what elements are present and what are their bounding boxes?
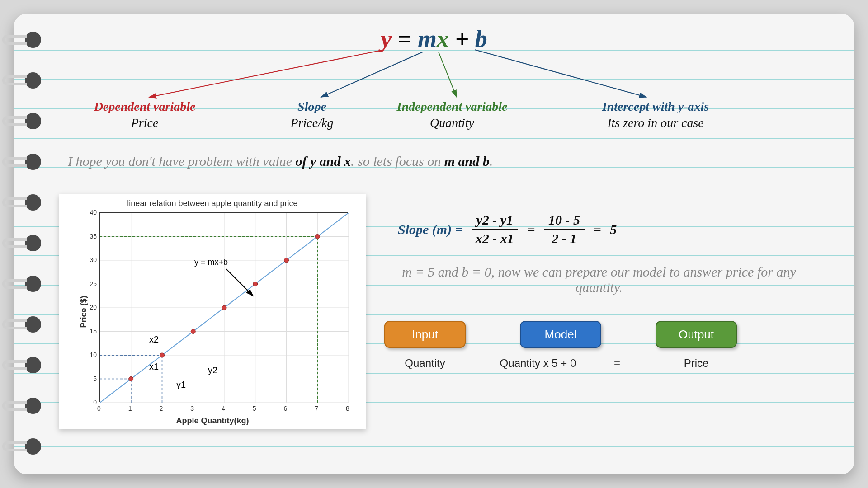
model-label: Quantity x 5 + 0 — [497, 357, 579, 370]
ytick: 20 — [86, 304, 97, 311]
svg-line-2 — [439, 52, 457, 97]
xtick: 0 — [97, 405, 101, 412]
ytick: 15 — [86, 328, 97, 335]
term-independent-variable: Independent variable Quantity — [375, 99, 529, 130]
ytick: 25 — [86, 280, 97, 287]
xtick: 6 — [284, 405, 288, 412]
svg-point-33 — [253, 282, 258, 286]
ytick: 0 — [86, 399, 97, 406]
anno-y1: y1 — [176, 380, 186, 390]
ytick: 5 — [86, 375, 97, 382]
model-labels-row: Quantity Quantity x 5 + 0 = Price — [384, 357, 737, 370]
svg-point-29 — [129, 377, 133, 381]
ytick: 10 — [86, 351, 97, 358]
term-intercept: Intercept with y-axis Its zero in our ca… — [556, 99, 755, 130]
input-label: Quantity — [384, 357, 466, 370]
svg-point-34 — [284, 258, 289, 263]
body-line-1: I hope you don't have problem with value… — [68, 154, 827, 169]
slope-frac-symbolic: y2 - y1 x2 - x1 — [471, 212, 519, 246]
xtick: 8 — [346, 405, 349, 412]
term-dependent-variable: Dependent variable Price — [68, 99, 222, 130]
main-equation: y = mx + b — [14, 25, 854, 53]
model-box: Model — [520, 321, 601, 348]
body-line-2: m = 5 and b = 0, now we can prepare our … — [380, 264, 818, 295]
svg-point-30 — [160, 353, 165, 357]
notebook-page: y = mx + b Dependent variable Price Slop… — [14, 14, 854, 474]
chart-xlabel: Apple Quantity(kg) — [59, 416, 366, 426]
model-boxes-row: Input Model Output — [384, 321, 737, 348]
slope-frac-numeric: 10 - 5 2 - 1 — [544, 212, 585, 246]
chart-title: linear relation between apple quantity a… — [59, 199, 366, 208]
svg-line-3 — [475, 50, 646, 97]
output-box: Output — [656, 321, 737, 348]
output-label: Price — [656, 357, 737, 370]
term-slope: Slope Price/kg — [258, 99, 366, 130]
chart-panel: linear relation between apple quantity a… — [59, 194, 366, 429]
svg-point-31 — [191, 329, 195, 334]
xtick: 3 — [190, 405, 194, 412]
chart-plot-area — [99, 212, 348, 402]
eq-y: y — [381, 25, 392, 52]
line-annotation: y = mx+b — [194, 258, 228, 267]
anno-y2: y2 — [208, 365, 217, 375]
eq-b: b — [475, 25, 487, 52]
anno-x2: x2 — [149, 334, 159, 345]
xtick: 7 — [315, 405, 318, 412]
slope-formula: Slope (m) = y2 - y1 x2 - x1 = 10 - 5 2 -… — [398, 212, 617, 246]
eq-x: x — [437, 25, 449, 52]
xtick: 5 — [253, 405, 256, 412]
ytick: 30 — [86, 256, 97, 263]
ytick: 40 — [86, 209, 97, 216]
svg-point-32 — [222, 305, 226, 310]
eq-m: m — [418, 25, 437, 52]
chart-ylabel: Price ($) — [79, 296, 89, 328]
chart-svg — [100, 213, 349, 403]
svg-line-0 — [149, 50, 384, 97]
xtick: 2 — [160, 405, 163, 412]
ytick: 35 — [86, 233, 97, 240]
anno-x1: x1 — [149, 361, 159, 372]
xtick: 4 — [222, 405, 225, 412]
svg-line-1 — [321, 52, 423, 97]
input-box: Input — [384, 321, 466, 348]
svg-point-35 — [315, 235, 320, 239]
xtick: 1 — [128, 405, 132, 412]
